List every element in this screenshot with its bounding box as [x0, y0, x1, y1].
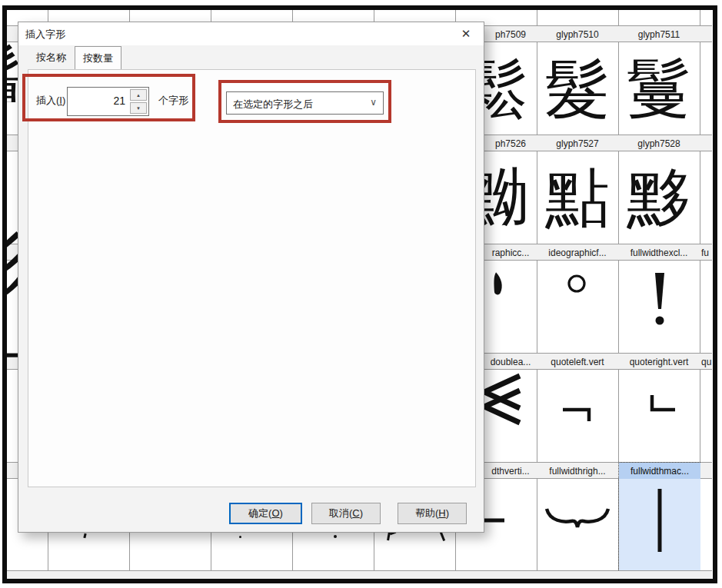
fullwidth-brace-icon [537, 479, 618, 571]
spinner-buttons: ▲ ▼ [130, 89, 147, 114]
glyph-cell[interactable]: 黟 [618, 151, 700, 244]
insert-position-select[interactable]: 在选定的字形之后 ∨ [226, 91, 384, 115]
dialog-titlebar: 插入字形 ✕ [18, 22, 484, 45]
glyph-fragment-char: 鬚 [7, 37, 18, 102]
selected-glyph-cell[interactable]: fullwidthmac... [618, 462, 700, 570]
glyph-caption: ideographicf... [537, 244, 618, 261]
label-mnemonic: H [438, 507, 445, 519]
label-text: ) [62, 95, 65, 106]
glyph-caption: dthverti... [484, 463, 537, 480]
glyph-caption [700, 26, 712, 43]
close-button[interactable]: ✕ [454, 25, 477, 43]
glyph-fragment: 影 [7, 219, 18, 315]
label-text: 插入( [36, 95, 59, 106]
glyph-fragment [83, 533, 86, 539]
glyph-caption: fu [700, 244, 712, 261]
cancel-button[interactable]: 取消(C) [311, 503, 381, 524]
glyph-caption: glyph7510 [537, 26, 618, 43]
fullwidth-exclam-icon [618, 261, 700, 353]
glyph-image: 點 [545, 155, 610, 240]
label-text: ) [360, 507, 363, 519]
label-text: 取消( [329, 507, 352, 519]
screenshot-stage: ph7509 glyph7510 glyph7511 ph7526 glyph7… [0, 0, 722, 588]
glyph-caption: quoteleft.vert [537, 354, 618, 370]
tab-by-name[interactable]: 按名称 [28, 47, 75, 69]
glyph-caption: fullwidthexcl... [618, 244, 700, 261]
ok-button[interactable]: 确定(O) [229, 503, 302, 524]
glyph-cell[interactable] [537, 261, 618, 353]
glyph-fragment: s [7, 425, 18, 460]
spin-down-icon: ▼ [136, 106, 141, 111]
ideographic-fullstop-icon [537, 261, 618, 353]
chevron-down-icon: ∨ [370, 97, 377, 108]
insert-glyphs-dialog: 插入字形 ✕ 按名称 按数量 插入(I) 21 ▲ ▼ 个字形 在选定的字形之后… [18, 22, 484, 533]
spin-down-button[interactable]: ▼ [130, 102, 147, 114]
label-text: 帮助( [415, 507, 438, 519]
tab-page [28, 69, 476, 487]
glyph-image: 黟 [627, 155, 691, 240]
glyph-count-value: 21 [113, 95, 125, 107]
insert-position-value: 在选定的字形之后 [233, 98, 313, 111]
glyph-cell[interactable]: 鬘 [618, 42, 700, 135]
glyphs-unit-label: 个字形 [158, 94, 188, 108]
glyph-fragment [440, 532, 445, 541]
glyph-fragment [239, 536, 241, 538]
spin-up-icon: ▲ [136, 93, 141, 98]
glyph-caption: doublea... [484, 354, 537, 370]
glyph-caption: raphicc... [484, 244, 537, 261]
glyph-caption: glyph7527 [537, 135, 618, 152]
glyph-cell[interactable] [537, 370, 618, 462]
glyph-fragment: 計 [7, 321, 18, 394]
dialog-title: 插入字形 [25, 28, 65, 42]
tab-strip: 按名称 按数量 [28, 49, 121, 69]
glyph-caption: ph7526 [484, 135, 537, 152]
fullwidth-macron-icon [619, 479, 700, 570]
glyph-caption: glyph7528 [618, 135, 700, 152]
glyph-caption [700, 135, 712, 152]
glyph-fragment-char: 計 [7, 321, 18, 394]
glyph-caption: fullwidthrigh... [537, 463, 618, 480]
glyph-count-spinner[interactable]: 21 ▲ ▼ [67, 87, 149, 116]
button-label: 确定(O) [248, 507, 283, 520]
glyph-cell[interactable] [537, 479, 618, 571]
glyph-image [619, 479, 700, 570]
glyph-caption: qu [700, 354, 712, 370]
label-text: ) [446, 507, 449, 519]
glyph-caption: quoteright.vert [618, 354, 700, 370]
glyph-caption: fullwidthmac... [619, 463, 700, 479]
quoteright-vert-icon [618, 370, 700, 462]
glyph-caption: ph7509 [484, 26, 537, 43]
grid-bottom-strip [7, 570, 712, 579]
glyph-image: 鬘 [627, 46, 691, 131]
help-button[interactable]: 帮助(H) [398, 503, 467, 524]
glyph-cell[interactable]: 髮 [537, 42, 618, 135]
tab-by-quantity[interactable]: 按数量 [75, 46, 121, 69]
spin-up-button[interactable]: ▲ [130, 89, 147, 101]
label-text: ) [280, 507, 283, 519]
label-mnemonic: O [271, 507, 279, 519]
label-mnemonic: C [352, 507, 359, 519]
glyph-cell[interactable]: 點 [537, 151, 618, 244]
glyph-image: 髮 [545, 46, 610, 131]
quoteleft-vert-icon [537, 370, 618, 462]
glyph-caption: glyph7511 [618, 26, 700, 43]
label-text: 确定( [248, 507, 271, 519]
glyph-cell[interactable] [618, 370, 700, 462]
glyph-fragment-char: 影 [7, 219, 18, 315]
insert-count-label: 插入(I) [36, 94, 65, 108]
close-icon: ✕ [461, 27, 471, 41]
glyph-fragment [334, 535, 337, 538]
glyph-cell[interactable] [618, 261, 700, 353]
button-label: 帮助(H) [415, 507, 449, 520]
button-label: 取消(C) [329, 507, 363, 520]
glyph-fragment: 鬚 [7, 37, 18, 102]
